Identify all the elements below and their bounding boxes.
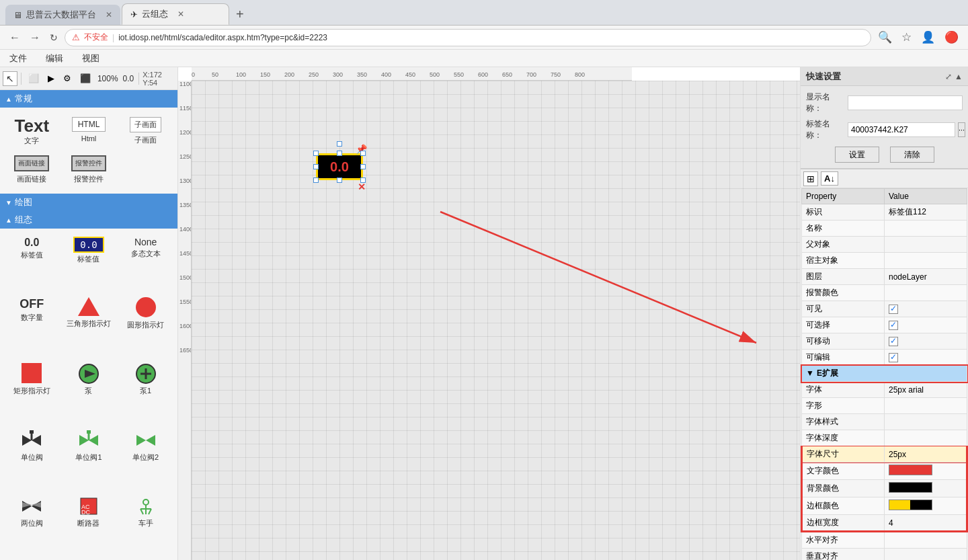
component-valve2[interactable]: 单位阀1 bbox=[63, 427, 116, 489]
component-pagelink[interactable]: 画面链接 画面链接 bbox=[5, 153, 58, 187]
qs-clear-button[interactable]: 清除 bbox=[890, 147, 934, 163]
qs-buttons-row: 设置 清除 bbox=[806, 147, 963, 163]
forward-button[interactable]: → bbox=[27, 32, 43, 44]
component-valve1[interactable]: 单位阀 bbox=[5, 427, 58, 489]
props-sort-icon[interactable]: ⊞ bbox=[803, 171, 818, 186]
text-color-swatch[interactable] bbox=[889, 465, 932, 475]
handle-tr[interactable] bbox=[360, 151, 366, 156]
handle-tm[interactable] bbox=[337, 151, 342, 156]
handle-ml[interactable] bbox=[313, 164, 319, 169]
qs-expand-icon[interactable]: ⤢ bbox=[945, 72, 952, 81]
handle-mr[interactable] bbox=[360, 164, 366, 169]
expand-arrow: ▼ bbox=[806, 368, 814, 378]
tab-active-icon: ✈ bbox=[130, 9, 138, 19]
qs-set-button[interactable]: 设置 bbox=[835, 147, 879, 163]
component-html[interactable]: HTML Html bbox=[63, 114, 116, 149]
prop-row-parent: 父对象 bbox=[802, 237, 967, 253]
tagval-label: 标签值 bbox=[21, 250, 43, 260]
toolbar-sep2 bbox=[138, 73, 139, 85]
section-drawing-header[interactable]: ▼ 绘图 bbox=[0, 194, 177, 211]
profile-icon[interactable]: 👤 bbox=[918, 30, 938, 44]
prop-val-font-depth bbox=[885, 430, 967, 446]
component-subview[interactable]: 子画面 子画面 bbox=[119, 114, 172, 149]
bookmark-icon[interactable]: ☆ bbox=[899, 30, 914, 44]
none-visual: None bbox=[134, 237, 157, 247]
props-az-icon[interactable]: A↓ bbox=[821, 171, 838, 186]
qs-display-input[interactable] bbox=[848, 95, 963, 110]
menu-edit[interactable]: 编辑 bbox=[42, 51, 67, 66]
prop-val-selectable[interactable]: ✓ bbox=[885, 317, 967, 333]
component-circle[interactable]: 圆形指示灯 bbox=[119, 294, 172, 356]
checkbox-visible[interactable]: ✓ bbox=[889, 305, 898, 314]
component-valve3[interactable]: 单位阀2 bbox=[119, 427, 172, 489]
back-button[interactable]: ← bbox=[7, 32, 23, 44]
menu-bar: 文件 编辑 视图 bbox=[0, 50, 968, 67]
prop-val-host bbox=[885, 253, 967, 269]
extension-icon[interactable]: 🔴 bbox=[942, 30, 961, 44]
component-text[interactable]: Text 文字 bbox=[5, 114, 58, 149]
tab-inactive[interactable]: 🖥 思普云大数据平台 ✕ bbox=[5, 5, 120, 25]
qs-collapse-icon[interactable]: ▲ bbox=[955, 72, 963, 81]
handle-bl[interactable] bbox=[313, 177, 319, 183]
toolbar-icon3[interactable]: ⚙ bbox=[60, 71, 75, 85]
section-drawing-arrow: ▼ bbox=[5, 199, 12, 206]
toolbar-icon2[interactable]: ▶ bbox=[44, 71, 58, 85]
component-alarm[interactable]: 报警控件 报警控件 bbox=[63, 153, 116, 187]
component-tagval[interactable]: 0.0 标签值 bbox=[5, 234, 58, 290]
component-triangle[interactable]: 三角形指示灯 bbox=[63, 294, 116, 356]
cursor-tool[interactable]: ↖ bbox=[3, 71, 17, 86]
canvas-container[interactable]: 0 50 100 150 200 250 300 350 400 450 500… bbox=[178, 67, 800, 560]
address-url: iot.idosp.net/html/scada/editor.aspx.htm… bbox=[118, 33, 327, 42]
prop-val-font-size: 25px bbox=[885, 446, 967, 463]
svg-marker-6 bbox=[32, 435, 41, 446]
selected-element[interactable]: 📌 0.0 ✕ bbox=[316, 153, 363, 180]
component-none[interactable]: None 多态文本 bbox=[119, 234, 172, 290]
checkbox-selectable[interactable]: ✓ bbox=[889, 321, 898, 330]
qs-display-label: 显示名称： bbox=[806, 91, 845, 114]
handle-tl[interactable] bbox=[313, 151, 319, 156]
qs-ellipsis-btn[interactable]: ··· bbox=[958, 122, 965, 137]
component-square[interactable]: 矩形指示灯 bbox=[5, 360, 58, 422]
prop-key-font-style: 字形 bbox=[802, 398, 885, 414]
prop-row-visible: 可见 ✓ bbox=[802, 301, 967, 317]
canvas-grid[interactable]: 📌 0.0 ✕ bbox=[192, 81, 800, 560]
menu-view[interactable]: 视图 bbox=[78, 51, 104, 66]
prop-val-movable[interactable]: ✓ bbox=[885, 333, 967, 350]
search-icon[interactable]: 🔍 bbox=[875, 30, 895, 44]
section-normal-header[interactable]: ▲ 常规 bbox=[0, 90, 177, 108]
border-color-swatch[interactable] bbox=[889, 499, 932, 510]
toolbar-icon4[interactable]: ⬛ bbox=[77, 71, 94, 85]
component-breaker[interactable]: AC DC 断路器 bbox=[63, 493, 116, 555]
reload-button[interactable]: ↻ bbox=[47, 32, 61, 43]
prop-row-eexpand[interactable]: ▼E扩展 bbox=[802, 366, 967, 382]
checkbox-movable[interactable]: ✓ bbox=[889, 337, 898, 346]
component-pump[interactable]: 泵 bbox=[63, 360, 116, 422]
menu-file[interactable]: 文件 bbox=[5, 51, 31, 66]
bg-color-swatch[interactable] bbox=[889, 482, 932, 493]
tab-close-active[interactable]: ✕ bbox=[177, 9, 184, 19]
section-state-header[interactable]: ▲ 组态 bbox=[0, 211, 177, 229]
component-digital[interactable]: OFF 数字量 bbox=[5, 294, 58, 356]
tab-active[interactable]: ✈ 云组态 ✕ bbox=[122, 3, 229, 25]
tab-close-inactive[interactable]: ✕ bbox=[106, 10, 112, 19]
checkbox-editable[interactable]: ✓ bbox=[889, 353, 898, 362]
toolbar-icon1[interactable]: ⬜ bbox=[25, 71, 42, 85]
new-tab-button[interactable]: + bbox=[231, 3, 249, 25]
component-labelval[interactable]: 0.0 标签值 bbox=[63, 234, 116, 290]
address-input[interactable]: ⚠ 不安全 | iot.idosp.net/html/scada/editor.… bbox=[65, 29, 871, 46]
component-pump1[interactable]: 泵1 bbox=[119, 360, 172, 422]
pump-visual bbox=[78, 363, 99, 385]
component-valve4[interactable]: 两位阀 bbox=[5, 493, 58, 555]
rotate-handle[interactable] bbox=[337, 141, 342, 147]
qs-tag-input[interactable] bbox=[848, 122, 955, 137]
handle-bm[interactable] bbox=[337, 177, 342, 183]
prop-val-editable[interactable]: ✓ bbox=[885, 350, 967, 366]
handle-br[interactable] bbox=[360, 177, 366, 183]
prop-val-visible[interactable]: ✓ bbox=[885, 301, 967, 317]
pump1-visual bbox=[135, 363, 157, 385]
delete-handle[interactable]: ✕ bbox=[358, 182, 366, 192]
component-hand[interactable]: 车手 bbox=[119, 493, 172, 555]
section-normal-label: 常规 bbox=[15, 93, 32, 105]
prop-key-id: 标识 bbox=[802, 204, 885, 221]
prop-row-id: 标识 标签值112 bbox=[802, 204, 967, 221]
